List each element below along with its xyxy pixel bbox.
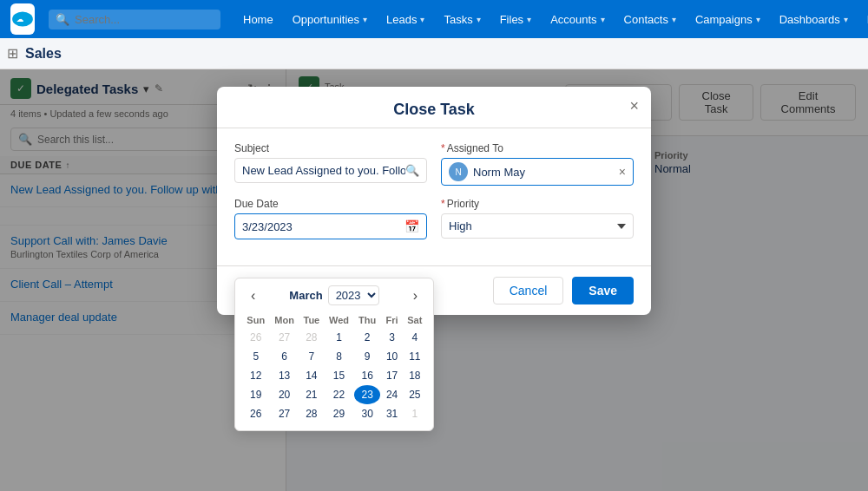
calendar-day[interactable]: 13 bbox=[269, 366, 299, 385]
nav-home[interactable]: Home bbox=[234, 8, 282, 31]
due-date-field-label: Due Date bbox=[234, 198, 427, 210]
calendar-nav: ‹ March 2022 2023 2024 › bbox=[242, 285, 426, 305]
day-header-fri: Fri bbox=[380, 312, 403, 328]
due-date-input-container[interactable]: 📅 bbox=[234, 213, 427, 239]
subject-search-icon[interactable]: 🔍 bbox=[405, 164, 419, 177]
calendar-day[interactable]: 26 bbox=[242, 328, 269, 347]
calendar-day[interactable]: 31 bbox=[380, 404, 403, 423]
calendar-day[interactable]: 4 bbox=[404, 328, 426, 347]
search-icon: 🔍 bbox=[56, 13, 69, 26]
app-name-bar: ⊞ Sales bbox=[0, 38, 868, 69]
calendar-day[interactable]: 26 bbox=[242, 404, 269, 423]
calendar-day[interactable]: 9 bbox=[354, 347, 381, 366]
modal-body: Subject 🔍 * Assigned To N N bbox=[217, 128, 651, 265]
assigned-avatar: N bbox=[449, 162, 468, 181]
calendar-day[interactable]: 14 bbox=[299, 366, 324, 385]
salesforce-logo: ☁ bbox=[10, 3, 35, 35]
modal-title: Close Task bbox=[393, 101, 475, 119]
save-button[interactable]: Save bbox=[572, 277, 634, 304]
calendar-month: March bbox=[289, 289, 322, 302]
day-header-sun: Sun bbox=[242, 312, 269, 328]
nav-dashboards[interactable]: Dashboards▾ bbox=[771, 8, 857, 31]
calendar-day[interactable]: 2 bbox=[354, 328, 381, 347]
calendar-week: 19 20 21 22 23 24 25 bbox=[242, 385, 426, 404]
nav-campaigns[interactable]: Campaigns▾ bbox=[687, 8, 769, 31]
calendar-day[interactable]: 3 bbox=[380, 328, 403, 347]
assigned-to-label: * Assigned To bbox=[441, 142, 634, 154]
calendar-grid: Sun Mon Tue Wed Thu Fri Sat 26 bbox=[242, 312, 426, 423]
subject-input-container: 🔍 bbox=[234, 158, 427, 183]
calendar-day[interactable]: 16 bbox=[354, 366, 381, 385]
calendar-day[interactable]: 8 bbox=[324, 347, 354, 366]
calendar-day[interactable]: 20 bbox=[269, 385, 299, 404]
svg-text:☁: ☁ bbox=[16, 16, 23, 23]
calendar-day[interactable]: 12 bbox=[242, 366, 269, 385]
day-header-thu: Thu bbox=[354, 312, 381, 328]
day-header-mon: Mon bbox=[269, 312, 299, 328]
search-input[interactable] bbox=[75, 13, 214, 26]
nav-leads[interactable]: Leads▾ bbox=[378, 8, 433, 31]
calendar-day[interactable]: 28 bbox=[299, 404, 324, 423]
calendar-week: 26 27 28 1 2 3 4 bbox=[242, 328, 426, 347]
form-row-1: Subject 🔍 * Assigned To N N bbox=[234, 142, 634, 186]
day-header-sat: Sat bbox=[404, 312, 426, 328]
calendar-day[interactable]: 19 bbox=[242, 385, 269, 404]
calendar-day[interactable]: 27 bbox=[269, 328, 299, 347]
calendar-day[interactable]: 17 bbox=[380, 366, 403, 385]
calendar-next-button[interactable]: › bbox=[408, 286, 423, 305]
calendar-prev-button[interactable]: ‹ bbox=[246, 286, 260, 305]
calendar-day[interactable]: 28 bbox=[299, 328, 324, 347]
calendar-day[interactable]: 25 bbox=[404, 385, 426, 404]
due-date-field: Due Date 📅 bbox=[234, 198, 427, 239]
calendar-day[interactable]: 5 bbox=[242, 347, 269, 366]
calendar-day[interactable]: 18 bbox=[404, 366, 426, 385]
calendar-day[interactable]: 1 bbox=[404, 404, 426, 423]
nav-items: Home Opportunities▾ Leads▾ Tasks▾ Files▾… bbox=[234, 8, 868, 31]
calendar-icon[interactable]: 📅 bbox=[404, 219, 419, 233]
modal-overlay: Close Task × Subject 🔍 * bbox=[0, 69, 868, 491]
form-row-2: Due Date 📅 * Priority High bbox=[234, 198, 634, 239]
calendar-day[interactable]: 29 bbox=[324, 404, 354, 423]
calendar-month-year: March 2022 2023 2024 bbox=[289, 285, 378, 305]
app-title: Sales bbox=[25, 46, 62, 62]
assigned-clear-button[interactable]: × bbox=[619, 165, 626, 179]
calendar-day[interactable]: 6 bbox=[269, 347, 299, 366]
calendar-day[interactable]: 30 bbox=[354, 404, 381, 423]
nav-files[interactable]: Files▾ bbox=[491, 8, 540, 31]
subject-label: Subject bbox=[234, 142, 427, 154]
nav-tasks[interactable]: Tasks▾ bbox=[435, 8, 489, 31]
search-container: 🔍 bbox=[49, 10, 220, 29]
nav-reports[interactable]: Reports▾ bbox=[858, 8, 868, 31]
calendar-year-select[interactable]: 2022 2023 2024 bbox=[328, 285, 379, 305]
calendar-day[interactable]: 27 bbox=[269, 404, 299, 423]
calendar-day[interactable]: 1 bbox=[324, 328, 354, 347]
due-date-input[interactable] bbox=[242, 220, 404, 233]
calendar-week: 12 13 14 15 16 17 18 bbox=[242, 366, 426, 385]
calendar-day[interactable]: 7 bbox=[299, 347, 324, 366]
calendar-day[interactable]: 24 bbox=[380, 385, 403, 404]
assigned-to-input[interactable]: N Norm May × bbox=[441, 158, 634, 186]
required-indicator: * bbox=[441, 142, 445, 154]
calendar-day[interactable]: 10 bbox=[380, 347, 403, 366]
nav-contacts[interactable]: Contacts▾ bbox=[615, 8, 685, 31]
calendar-week: 26 27 28 29 30 31 1 bbox=[242, 404, 426, 423]
subject-input[interactable] bbox=[242, 164, 405, 177]
day-header-wed: Wed bbox=[324, 312, 354, 328]
calendar-day-selected[interactable]: 23 bbox=[354, 385, 381, 404]
required-indicator-2: * bbox=[441, 198, 445, 210]
priority-field: * Priority High Normal Low bbox=[441, 198, 634, 239]
calendar-day[interactable]: 22 bbox=[324, 385, 354, 404]
calendar-day[interactable]: 15 bbox=[324, 366, 354, 385]
calendar-day[interactable]: 21 bbox=[299, 385, 324, 404]
day-header-tue: Tue bbox=[299, 312, 324, 328]
priority-select[interactable]: High Normal Low bbox=[441, 213, 634, 239]
assigned-to-field: * Assigned To N Norm May × bbox=[441, 142, 634, 186]
modal-close-button[interactable]: × bbox=[629, 97, 639, 115]
nav-accounts[interactable]: Accounts▾ bbox=[542, 8, 613, 31]
grid-icon[interactable]: ⊞ bbox=[7, 45, 18, 62]
calendar-day[interactable]: 11 bbox=[404, 347, 426, 366]
close-task-modal: Close Task × Subject 🔍 * bbox=[217, 87, 651, 315]
cancel-button[interactable]: Cancel bbox=[493, 277, 564, 304]
calendar-week: 5 6 7 8 9 10 11 bbox=[242, 347, 426, 366]
nav-opportunities[interactable]: Opportunities▾ bbox=[284, 8, 376, 31]
